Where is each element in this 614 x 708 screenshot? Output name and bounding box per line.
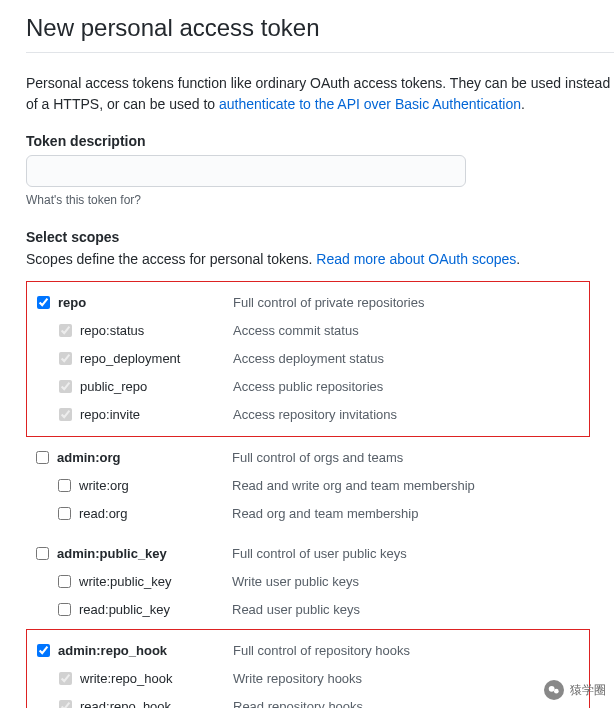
- scope-name: read:org: [79, 506, 127, 521]
- scope-description: Access repository invitations: [233, 407, 589, 422]
- scope-checkbox[interactable]: [37, 296, 50, 309]
- scope-checkbox[interactable]: [59, 700, 72, 709]
- scope-description: Read org and team membership: [232, 506, 614, 521]
- scope-checkbox[interactable]: [58, 575, 71, 588]
- scope-row-child: read:public_keyRead user public keys: [36, 595, 614, 623]
- scope-checkbox[interactable]: [59, 672, 72, 685]
- scope-row-child: public_repoAccess public repositories: [37, 372, 589, 400]
- scope-checkbox[interactable]: [58, 507, 71, 520]
- scope-row-child: repo:statusAccess commit status: [37, 316, 589, 344]
- scope-name: public_repo: [80, 379, 147, 394]
- scope-row-child: read:orgRead org and team membership: [36, 499, 614, 527]
- intro-text: Personal access tokens function like ord…: [26, 73, 614, 115]
- scope-description: Read user public keys: [232, 602, 614, 617]
- scope-description: Write user public keys: [232, 574, 614, 589]
- scope-description: Full control of user public keys: [232, 546, 614, 561]
- scope-row-parent: admin:repo_hookFull control of repositor…: [37, 636, 589, 664]
- scope-name: read:repo_hook: [80, 699, 171, 709]
- scope-checkbox[interactable]: [58, 603, 71, 616]
- scope-name: repo: [58, 295, 86, 310]
- wechat-icon: [544, 680, 564, 700]
- scope-description: Read and write org and team membership: [232, 478, 614, 493]
- scope-description: Access deployment status: [233, 351, 589, 366]
- scope-row-child: write:repo_hookWrite repository hooks: [37, 664, 589, 692]
- scope-checkbox[interactable]: [59, 352, 72, 365]
- scopes-description: Scopes define the access for personal to…: [26, 251, 614, 267]
- scope-group: admin:orgFull control of orgs and teamsw…: [26, 437, 614, 533]
- scope-description: Full control of repository hooks: [233, 643, 589, 658]
- page-title: New personal access token: [26, 14, 614, 53]
- intro-part-2: .: [521, 96, 525, 112]
- scope-description: Full control of orgs and teams: [232, 450, 614, 465]
- scope-name: write:repo_hook: [80, 671, 173, 686]
- scope-name: repo:status: [80, 323, 144, 338]
- scope-description: Full control of private repositories: [233, 295, 589, 310]
- scope-description: Write repository hooks: [233, 671, 589, 686]
- scope-name: repo:invite: [80, 407, 140, 422]
- svg-point-1: [554, 689, 559, 694]
- scope-row-parent: repoFull control of private repositories: [37, 288, 589, 316]
- scope-name: admin:repo_hook: [58, 643, 167, 658]
- scope-checkbox[interactable]: [58, 479, 71, 492]
- scope-checkbox[interactable]: [59, 324, 72, 337]
- scope-checkbox[interactable]: [36, 451, 49, 464]
- footer-text: 猿学圈: [570, 682, 606, 699]
- scope-group: repoFull control of private repositories…: [26, 281, 590, 437]
- scope-name: admin:org: [57, 450, 121, 465]
- scope-row-child: write:public_keyWrite user public keys: [36, 567, 614, 595]
- scope-name: write:org: [79, 478, 129, 493]
- scope-row-parent: admin:public_keyFull control of user pub…: [36, 539, 614, 567]
- token-description-input[interactable]: [26, 155, 466, 187]
- token-description-hint: What's this token for?: [26, 193, 614, 207]
- scope-row-parent: admin:orgFull control of orgs and teams: [36, 443, 614, 471]
- scope-description: Read repository hooks: [233, 699, 589, 709]
- scope-row-child: read:repo_hookRead repository hooks: [37, 692, 589, 708]
- intro-link[interactable]: authenticate to the API over Basic Authe…: [219, 96, 521, 112]
- scope-description: Access commit status: [233, 323, 589, 338]
- scope-group: admin:repo_hookFull control of repositor…: [26, 629, 590, 708]
- scopes-desc-text: Scopes define the access for personal to…: [26, 251, 316, 267]
- scope-checkbox[interactable]: [59, 408, 72, 421]
- footer: 猿学圈: [544, 680, 606, 700]
- scope-name: write:public_key: [79, 574, 172, 589]
- scope-row-child: repo_deploymentAccess deployment status: [37, 344, 589, 372]
- scope-checkbox[interactable]: [59, 380, 72, 393]
- scope-group: admin:public_keyFull control of user pub…: [26, 533, 614, 629]
- scope-checkbox[interactable]: [37, 644, 50, 657]
- scope-name: repo_deployment: [80, 351, 180, 366]
- scope-description: Access public repositories: [233, 379, 589, 394]
- scope-checkbox[interactable]: [36, 547, 49, 560]
- scope-name: read:public_key: [79, 602, 170, 617]
- select-scopes-label: Select scopes: [26, 229, 614, 245]
- svg-point-0: [549, 686, 555, 692]
- scope-name: admin:public_key: [57, 546, 167, 561]
- scopes-desc-link[interactable]: Read more about OAuth scopes: [316, 251, 516, 267]
- scope-row-child: repo:inviteAccess repository invitations: [37, 400, 589, 428]
- scope-row-child: write:orgRead and write org and team mem…: [36, 471, 614, 499]
- token-description-label: Token description: [26, 133, 614, 149]
